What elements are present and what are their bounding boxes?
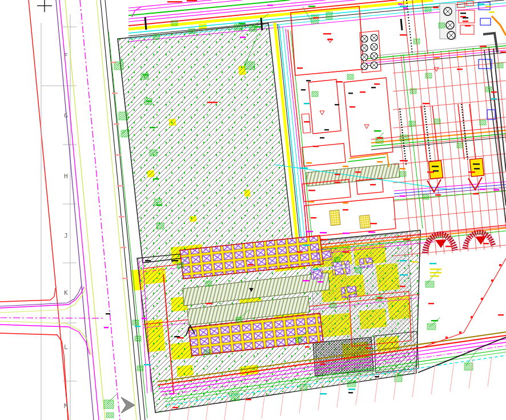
green-label-box	[249, 25, 256, 31]
micro-label	[355, 171, 361, 173]
green-label-box	[156, 223, 164, 229]
micro-label	[460, 13, 466, 14]
road-west-redline	[29, 0, 69, 420]
pink-tick	[488, 357, 492, 386]
micro-label	[335, 182, 340, 183]
micro-label	[463, 21, 468, 22]
rack-grid	[401, 55, 420, 257]
micro-label	[336, 81, 343, 82]
micro-label	[343, 233, 350, 234]
micro-label	[491, 91, 497, 93]
pink-tick	[431, 365, 435, 394]
direction-arrow	[121, 397, 135, 413]
rack-grid	[393, 99, 506, 110]
green-label-box	[326, 12, 332, 19]
micro-label	[429, 263, 436, 264]
micro-label	[308, 201, 314, 202]
survey-triangle	[364, 125, 369, 129]
equipment-box-blue	[480, 18, 491, 25]
micro-label	[320, 239, 328, 240]
micro-label	[491, 98, 497, 99]
green-label-box	[434, 119, 440, 124]
green-label-box	[177, 263, 183, 268]
micro-label	[377, 161, 383, 162]
rack-grid	[449, 50, 468, 251]
post-marker	[145, 17, 146, 30]
micro-label	[433, 170, 439, 171]
building-outline	[308, 79, 341, 134]
green-label-box	[137, 366, 143, 371]
micro-label	[368, 231, 375, 233]
green-label-box	[425, 7, 431, 12]
micro-label	[320, 232, 327, 233]
micro-label	[146, 101, 152, 102]
micro-label	[267, 5, 273, 6]
boundary-marker	[459, 331, 461, 334]
micro-label	[468, 171, 475, 173]
pink-tick	[450, 362, 454, 391]
micro-label	[206, 303, 212, 304]
micro-label	[303, 245, 310, 246]
micro-label	[500, 51, 506, 53]
cad-viewport: FGHJKLM	[0, 0, 506, 420]
micro-label	[335, 174, 340, 175]
micro-label	[308, 6, 315, 7]
micro-label	[170, 393, 174, 394]
green-label-box	[311, 15, 319, 23]
micro-label	[480, 189, 485, 190]
green-label-box	[231, 393, 239, 401]
rack-grid	[425, 53, 444, 254]
road-edge	[65, 0, 105, 420]
grid-letter: K	[64, 289, 68, 297]
green-label-box	[439, 23, 445, 28]
micro-label	[172, 407, 178, 408]
micro-label	[303, 280, 310, 281]
micro-label	[432, 166, 439, 167]
micro-label	[489, 11, 495, 13]
grid-letter: J	[64, 232, 68, 239]
green-label-box	[104, 400, 114, 409]
micro-label	[348, 392, 353, 393]
survey-triangle	[320, 111, 324, 115]
micro-label	[240, 37, 246, 38]
dense-hatch-block	[313, 337, 374, 376]
rack-grid	[393, 154, 506, 165]
micro-label	[377, 137, 383, 138]
micro-label	[110, 62, 116, 63]
micro-label	[433, 7, 439, 8]
micro-label	[457, 69, 463, 70]
micro-label	[308, 190, 315, 191]
pipe-corridor-bend	[132, 7, 141, 17]
green-label-box	[347, 381, 356, 387]
road-edge	[59, 0, 99, 420]
micro-label	[370, 223, 377, 224]
text-layer: FGHJKLM	[64, 52, 68, 410]
green-label-box	[457, 143, 463, 148]
micro-label	[400, 260, 407, 261]
micro-label	[207, 102, 218, 103]
green-label-box	[413, 39, 420, 44]
module-cluster	[332, 261, 350, 275]
rack-strip	[306, 163, 400, 186]
micro-label	[435, 194, 441, 195]
cad-canvas[interactable]: FGHJKLM	[0, 0, 506, 420]
green-label-box	[236, 317, 242, 322]
boundary-marker	[499, 264, 501, 266]
micro-label	[423, 103, 429, 104]
micro-label	[119, 216, 125, 217]
micro-label	[114, 123, 119, 125]
module-cluster	[341, 286, 357, 298]
grid-letter: H	[64, 173, 68, 180]
micro-label	[153, 178, 159, 179]
green-label-box	[234, 24, 243, 30]
micro-label	[483, 243, 489, 244]
green-label-box	[400, 171, 406, 177]
micro-label	[400, 168, 405, 169]
boundary-marker	[445, 337, 448, 339]
green-label-box	[480, 120, 486, 125]
micro-label	[313, 269, 319, 270]
micro-label	[142, 318, 146, 319]
road-branch-edge	[0, 287, 84, 308]
green-label-box	[154, 199, 162, 205]
green-label-box	[497, 63, 503, 68]
